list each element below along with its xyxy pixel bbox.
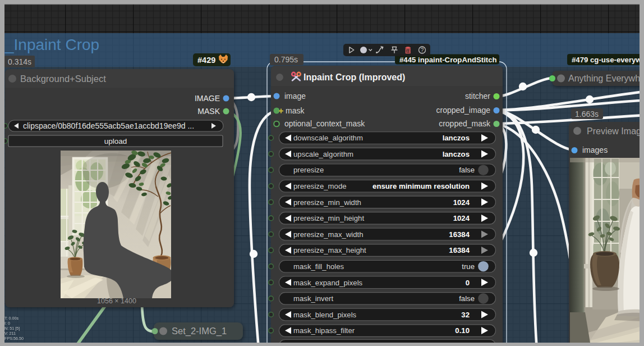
svg-text:V: 211: V: 211 [4, 331, 16, 336]
svg-text:preresize_max_height: preresize_max_height [293, 246, 366, 254]
svg-text:FPS:56.50: FPS:56.50 [4, 336, 24, 341]
svg-text:lanczos: lanczos [443, 150, 470, 158]
svg-text:Set_2-IMG_1: Set_2-IMG_1 [172, 326, 227, 336]
svg-text:1056 × 1400: 1056 × 1400 [97, 297, 136, 305]
svg-text:#429: #429 [197, 56, 215, 65]
svg-text:32: 32 [461, 311, 470, 319]
svg-text:preresize_mode: preresize_mode [293, 182, 347, 190]
svg-text:preresize_min_width: preresize_min_width [293, 198, 361, 207]
svg-text:preresize_min_height: preresize_min_height [293, 214, 364, 222]
svg-text:upload: upload [104, 137, 127, 145]
svg-text:stitcher: stitcher [465, 92, 490, 101]
svg-text:0.314s: 0.314s [8, 57, 31, 66]
svg-text:clipspace/0b80f16de555acb5ae1a: clipspace/0b80f16de555acb5ae1accbd19ee9d… [23, 121, 194, 130]
svg-text:preresize: preresize [293, 166, 324, 174]
svg-text:mask_expand_pixels: mask_expand_pixels [293, 279, 363, 287]
svg-text:cropped_mask: cropped_mask [439, 119, 491, 128]
svg-text:Inpaint Crop (Improved): Inpaint Crop (Improved) [303, 72, 405, 82]
svg-text:?: ? [421, 47, 424, 53]
svg-text:_Inpaint Crop: _Inpaint Crop [4, 36, 99, 53]
svg-text:1024: 1024 [453, 198, 470, 207]
svg-text:mask_fill_holes: mask_fill_holes [293, 262, 344, 271]
svg-text:IMAGE: IMAGE [195, 94, 220, 103]
svg-text:mask_invert: mask_invert [293, 294, 333, 303]
svg-text:Background+Subject: Background+Subject [20, 74, 106, 84]
svg-text:0: 0 [466, 279, 470, 287]
svg-text:image: image [284, 92, 306, 101]
svg-text:MASK: MASK [197, 107, 220, 116]
svg-text:1024: 1024 [453, 214, 470, 222]
svg-text:Preview Imag: Preview Imag [587, 126, 641, 136]
svg-text:downscale_algorithm: downscale_algorithm [293, 134, 363, 142]
svg-text:T: 0.00s: T: 0.00s [4, 316, 19, 321]
svg-text:16384: 16384 [449, 230, 470, 239]
svg-text:mask: mask [286, 106, 305, 115]
svg-text:mask_blend_pixels: mask_blend_pixels [293, 311, 357, 319]
svg-text:preresize_max_width: preresize_max_width [293, 230, 364, 239]
svg-text:I: 0: I: 0 [4, 321, 10, 326]
svg-text:false: false [459, 294, 475, 303]
svg-text:1.663s: 1.663s [575, 110, 599, 119]
svg-text:true: true [462, 262, 475, 271]
svg-text:upscale_algorithm: upscale_algorithm [293, 150, 353, 158]
svg-text:#445 inpaint-CropAndStitch: #445 inpaint-CropAndStitch [399, 56, 497, 64]
svg-text:false: false [459, 166, 475, 174]
svg-text:Anything Everywh: Anything Everywh [568, 74, 640, 83]
svg-text:images: images [582, 145, 608, 154]
svg-text:16384: 16384 [449, 246, 470, 254]
svg-text:ensure minimum resolution: ensure minimum resolution [372, 182, 470, 190]
svg-text:0.10: 0.10 [455, 326, 470, 335]
svg-text:lanczos: lanczos [443, 134, 470, 142]
svg-text:0.795s: 0.795s [274, 55, 298, 64]
svg-text:cropped_image: cropped_image [436, 106, 490, 115]
svg-text:mask_hipass_filter: mask_hipass_filter [293, 326, 355, 335]
svg-text:N: 51 [5]: N: 51 [5] [4, 326, 20, 331]
svg-text:optional_context_mask: optional_context_mask [284, 119, 365, 128]
svg-text:#479 cg-use-everywhe: #479 cg-use-everywhe [572, 56, 644, 64]
